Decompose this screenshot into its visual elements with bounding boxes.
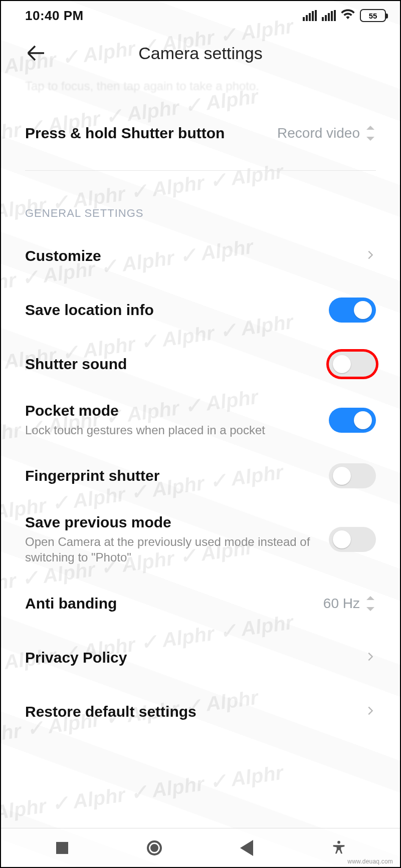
fingerprint-toggle[interactable] <box>329 463 376 488</box>
row-pocket-mode[interactable]: Pocket mode Lock touch gestures when pla… <box>25 391 376 449</box>
row-shutter-sound[interactable]: Shutter sound <box>25 337 376 391</box>
save-prev-sub: Open Camera at the previously used mode … <box>25 534 319 565</box>
accessibility-icon <box>330 839 347 856</box>
svg-point-0 <box>337 840 340 843</box>
save-prev-toggle[interactable] <box>329 527 376 552</box>
section-general-header: GENERAL SETTINGS <box>25 181 376 229</box>
chevron-right-icon <box>365 247 376 264</box>
row-restore[interactable]: Restore default settings <box>25 685 376 739</box>
row-customize[interactable]: Customize <box>25 229 376 283</box>
privacy-label: Privacy Policy <box>25 649 355 666</box>
square-icon <box>56 842 68 854</box>
nav-home[interactable] <box>142 835 167 860</box>
battery-level: 55 <box>369 12 377 20</box>
shutter-sound-toggle[interactable] <box>329 352 376 377</box>
row-fingerprint[interactable]: Fingerprint shutter <box>25 449 376 503</box>
nav-recents[interactable] <box>50 835 75 860</box>
arrow-left-icon <box>24 41 48 65</box>
status-bar: 10:40 PM 55 <box>1 1 400 30</box>
triangle-left-icon <box>240 840 253 856</box>
save-location-label: Save location info <box>25 302 319 319</box>
shutter-hold-label: Press & hold Shutter button <box>25 125 267 142</box>
updown-icon <box>365 126 376 141</box>
fingerprint-label: Fingerprint shutter <box>25 467 319 484</box>
android-navbar <box>1 828 400 867</box>
wifi-icon <box>341 8 355 24</box>
anti-banding-label: Anti banding <box>25 595 313 612</box>
back-button[interactable] <box>16 38 56 68</box>
save-prev-label: Save previous mode <box>25 514 319 531</box>
page-title: Camera settings <box>1 44 400 63</box>
customize-label: Customize <box>25 247 355 264</box>
status-right: 55 <box>303 8 386 24</box>
row-save-location[interactable]: Save location info <box>25 283 376 337</box>
app-header: Camera settings <box>1 30 400 76</box>
signal-1-icon <box>303 10 317 21</box>
chevron-right-icon <box>365 649 376 666</box>
row-shutter-hold[interactable]: Press & hold Shutter button Record video <box>25 106 376 160</box>
updown-icon <box>365 596 376 611</box>
save-location-toggle[interactable] <box>329 298 376 323</box>
pocket-mode-sub: Lock touch gestures when placed in a poc… <box>25 422 319 438</box>
prev-setting-subtitle: Tap to focus, then tap again to take a p… <box>25 76 376 106</box>
signal-2-icon <box>322 10 336 21</box>
watermark-site: www.deuaq.com <box>347 858 393 865</box>
row-save-prev[interactable]: Save previous mode Open Camera at the pr… <box>25 503 376 576</box>
shutter-sound-label: Shutter sound <box>25 356 319 373</box>
row-privacy[interactable]: Privacy Policy <box>25 631 376 685</box>
status-time: 10:40 PM <box>25 8 84 24</box>
divider <box>25 170 376 171</box>
nav-back[interactable] <box>234 835 259 860</box>
pocket-mode-label: Pocket mode <box>25 402 319 419</box>
anti-banding-value: 60 Hz <box>323 596 376 612</box>
nav-accessibility[interactable] <box>326 835 351 860</box>
pocket-mode-toggle[interactable] <box>329 408 376 433</box>
row-anti-banding[interactable]: Anti banding 60 Hz <box>25 576 376 631</box>
chevron-right-icon <box>365 703 376 720</box>
circle-icon <box>147 840 162 855</box>
restore-label: Restore default settings <box>25 703 355 720</box>
shutter-hold-value: Record video <box>277 125 376 141</box>
battery-icon: 55 <box>360 9 386 22</box>
